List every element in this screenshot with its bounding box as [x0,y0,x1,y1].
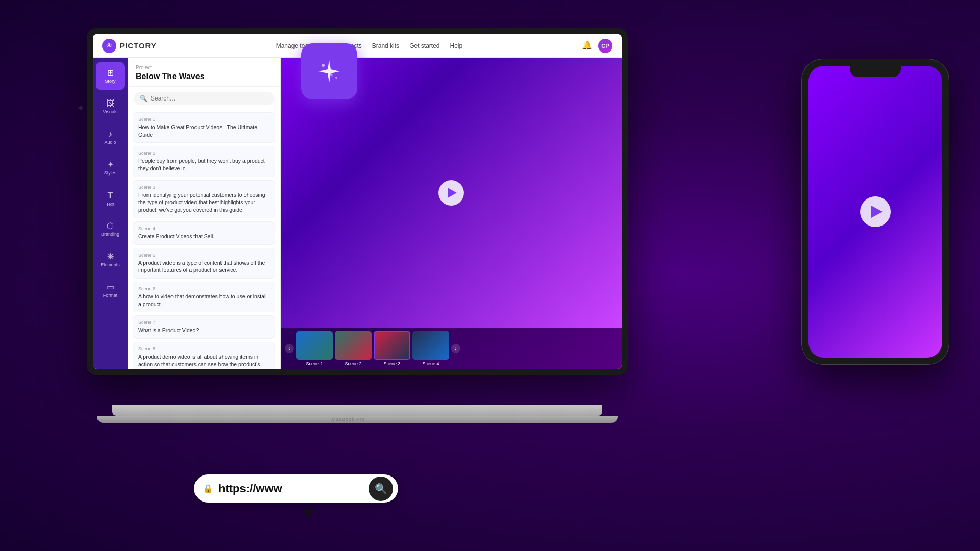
sidebar: ⊞ Story 🖼 Visuals ♪ Audio ✦ [93,58,128,369]
thumbnail-label: Scene 1 [306,361,323,366]
list-item[interactable]: Scene 4 Create Product Videos that Sell. [133,221,275,245]
content-area: Project Below The Waves 🔍 Scene 1 How to… [128,58,622,369]
list-item[interactable]: Scene 6 A how-to video that demonstrates… [133,282,275,312]
sidebar-elements-label: Elements [101,262,120,267]
story-header: Project Below The Waves [128,58,280,87]
logo-text: PICTORY [119,41,157,50]
thumbnail-label: Scene 3 [383,361,400,366]
phone-device [801,59,949,365]
sidebar-item-format[interactable]: ▭ Format [96,276,125,305]
thumbnail-item[interactable]: Scene 2 [335,331,372,366]
project-title: Below The Waves [136,72,272,81]
sidebar-styles-label: Styles [104,170,117,176]
play-button[interactable] [438,180,464,206]
thumbnail-label: Scene 4 [422,361,439,366]
app-body: ⊞ Story 🖼 Visuals ♪ Audio ✦ [93,58,622,369]
scene-number: Scene 8 [138,346,270,352]
search-box: 🔍 [134,92,274,105]
thumbnail-item[interactable]: Scene 1 [296,331,333,366]
url-search-button[interactable]: 🔍 [369,477,393,501]
format-icon: ▭ [107,283,114,291]
scene-number: Scene 6 [138,286,270,291]
thumbnail-item[interactable]: Scene 4 [412,331,449,366]
scene-number: Scene 2 [138,151,270,156]
main-scene: ✦ ✦ ✦ 👁 PICTORY Manage team Team project… [0,0,980,551]
scene-number: Scene 3 [138,185,270,190]
help-link[interactable]: Help [450,42,463,49]
sidebar-item-styles[interactable]: ✦ Styles [96,154,125,182]
scene-number: Scene 5 [138,253,270,258]
list-item[interactable]: Scene 2 People buy from people, but they… [133,146,275,177]
sparkle-icon [316,58,342,85]
phone-body [801,59,949,365]
sidebar-format-label: Format [103,293,118,298]
sidebar-text-label: Text [106,202,115,207]
scene-thumbnail[interactable] [296,331,333,360]
list-item[interactable]: Scene 3 From identifying your potential … [133,180,275,218]
sidebar-story-label: Story [105,79,115,84]
phone-screen [808,66,942,358]
thumbnail-item[interactable]: Scene 3 [374,331,410,366]
list-item[interactable]: Scene 5 A product video is a type of con… [133,248,275,279]
scene-number: Scene 7 [138,320,270,325]
image-icon: 🖼 [106,99,114,108]
logo-area: 👁 PICTORY [102,39,157,53]
scene-text: A how-to video that demonstrates how to … [138,293,270,308]
scene-thumbnail[interactable] [412,331,449,360]
audio-icon: ♪ [108,130,112,138]
thumbnail-strip: ‹ Scene 1Scene 2Scene 3Scene 4› [281,328,622,369]
scene-thumbnail[interactable] [374,331,410,360]
ai-enhance-button[interactable] [301,43,357,99]
laptop-model-text: MacBook Pro [332,417,365,422]
next-scene-button[interactable]: › [451,344,460,353]
branding-icon: ⬡ [107,222,114,230]
url-bar: 🔒 https://www 🔍 [194,474,398,503]
svg-point-0 [322,64,325,67]
thumbnail-label: Scene 2 [345,361,361,366]
story-panel: Project Below The Waves 🔍 Scene 1 How to… [128,58,281,369]
logo-icon: 👁 [102,39,116,53]
top-navigation: 👁 PICTORY Manage team Team projects Bran… [93,34,622,58]
styles-icon: ✦ [107,161,114,169]
laptop-screen-border: 👁 PICTORY Manage team Team projects Bran… [87,28,628,375]
list-item[interactable]: Scene 7 What is a Product Video? [133,315,275,339]
scene-thumbnail[interactable] [335,331,372,360]
sidebar-visuals-label: Visuals [103,109,118,114]
svg-point-1 [335,77,337,79]
laptop-device: 👁 PICTORY Manage team Team projects Bran… [87,28,669,446]
sidebar-branding-label: Branding [101,232,119,237]
nav-right: 🔔 CP [582,39,612,53]
prev-scene-button[interactable]: ‹ [285,344,294,353]
sidebar-item-story[interactable]: ⊞ Story [96,62,125,90]
phone-notch [850,66,901,77]
get-started-link[interactable]: Get started [409,42,439,49]
scene-number: Scene 4 [138,226,270,231]
sparkle-decoration: ✦ [77,102,85,114]
laptop-base [112,405,602,416]
search-input[interactable] [151,95,268,102]
sidebar-audio-label: Audio [104,140,116,145]
list-item[interactable]: Scene 1 How to Make Great Product Videos… [133,112,275,143]
scenes-list: Scene 1 How to Make Great Product Videos… [128,110,280,369]
scene-number: Scene 1 [138,117,270,122]
phone-play-button[interactable] [860,196,891,227]
lock-icon: 🔒 [203,484,213,493]
list-item[interactable]: Scene 8 A product demo video is all abou… [133,342,275,369]
sidebar-item-branding[interactable]: ⬡ Branding [96,215,125,243]
sidebar-item-text[interactable]: T Text [96,184,125,213]
scene-text: How to Make Great Product Videos - The U… [138,123,270,138]
search-icon: 🔍 [140,95,148,102]
text-icon: T [108,191,113,200]
elements-icon: ❋ [107,253,114,261]
project-label: Project [136,65,272,70]
scene-text: People buy from people, but they won't b… [138,157,270,172]
video-area: ‹ Scene 1Scene 2Scene 3Scene 4› [281,58,622,369]
sidebar-item-elements[interactable]: ❋ Elements [96,245,125,274]
scene-text: From identifying your potential customer… [138,191,270,214]
scene-text: What is a Product Video? [138,327,270,334]
avatar[interactable]: CP [598,39,612,53]
sidebar-item-visuals[interactable]: 🖼 Visuals [96,92,125,121]
sidebar-item-audio[interactable]: ♪ Audio [96,123,125,152]
brand-kits-link[interactable]: Brand kits [372,42,399,49]
bell-icon[interactable]: 🔔 [582,40,593,52]
